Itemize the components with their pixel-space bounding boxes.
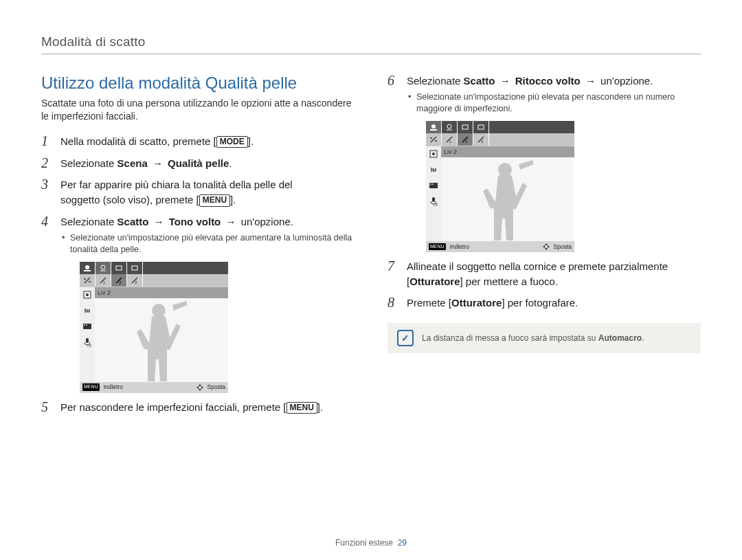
face-tone-icon [80,262,95,274]
resolution-icon: IM [80,303,95,319]
back-label: Indietro [450,243,469,251]
step-5: 5 Per nascondere le imperfezioni faccial… [41,400,355,415]
svg-text:OFF: OFF [87,344,91,347]
level-off-icon [80,274,95,287]
step-2: 2 Selezionate Scena → Qualità pelle. [41,156,355,171]
screen-level-row: 1 2 3 [80,274,228,287]
svg-point-2 [101,265,105,269]
arrow-icon: → [223,216,238,227]
face-tone-icon [426,121,442,133]
screen-side-icons: IM OFF [80,287,95,382]
svg-rect-13 [86,338,89,343]
step-4: 4 Selezionate Scatto → Tono volto → un'o… [41,214,355,393]
step-number: 7 [387,256,394,276]
step-text: . [229,157,232,169]
step-text: ]. [317,401,323,413]
info-text: La distanza di messa a fuoco sarà impost… [422,333,644,343]
shutter-key: Otturatore [451,297,502,309]
manual-page: Modalità di scatto Utilizzo della modali… [0,0,742,560]
arrow-icon: → [583,75,598,87]
tab-icon [111,262,127,274]
screen-bottom-bar: MENU Indietro Sposta [80,382,228,393]
step-6-note-item: Selezionate un'impostazione più elevata … [407,91,701,115]
step-text: Selezionate [407,75,464,87]
tab-icon [458,121,473,133]
step-8: 8 Premete [Otturatore] per fotografare. [387,295,701,311]
page-footer: Funzioni estese 29 [0,538,742,548]
svg-text:3: 3 [481,139,484,144]
screen-body: IM OFF Liv 2 [80,287,228,382]
person-silhouette [126,300,194,382]
svg-rect-1 [84,270,91,271]
page-header: Modalità di scatto [41,34,701,54]
level-2-icon: 2 [458,133,473,146]
content-columns: Utilizzo della modalità Qualità pelle Sc… [41,74,701,421]
mode-key: MODE [216,136,248,148]
camera-screen-tono: 1 2 3 IM [80,262,228,393]
menu-path: Tono volto [169,216,221,227]
level-1-icon: 1 [442,133,458,146]
step-text: Per nascondere le imperfezioni facciali,… [60,401,286,413]
step-text: un'opzione. [598,75,653,87]
level-2-icon: 2 [111,274,127,287]
svg-rect-4 [132,266,137,270]
step-4-note: Selezionate un'impostazione più elevata … [60,232,355,256]
face-retouch-icon [442,121,458,133]
svg-rect-12 [86,324,87,326]
svg-rect-29 [432,197,435,202]
page-number: 29 [398,538,407,548]
menu-path: Scatto [117,216,149,227]
focus-bracket-icon [80,287,95,303]
screen-bottom-bar: MENU Indietro Sposta [426,241,574,252]
menu-key: MENU [199,194,230,207]
tab-icon [473,121,489,133]
screen-body: IM OFF Liv 2 [426,146,574,241]
step-1: 1 Nella modalità di scatto, premete [MOD… [41,134,355,149]
step-text: Per far apparire più chiara la tonalità … [60,179,293,190]
svg-text:3: 3 [135,280,137,284]
step-number: 2 [41,153,48,173]
menu-path: Qualità pelle [168,157,229,169]
arrow-icon: → [152,216,166,227]
step-number: 4 [41,212,48,232]
step-text: ] per mettere a fuoco. [460,276,559,287]
move-label: Sposta [554,243,572,251]
section-intro: Scattate una foto di una persona utilizz… [41,97,355,123]
svg-rect-19 [462,125,468,129]
arrow-icon: → [498,75,513,87]
steps-right: 6 Selezionate Scatto → Ritocco volto → u… [387,74,701,311]
step-text: ] per fotografare. [502,297,578,309]
step-text: un'opzione. [238,216,293,227]
step-text: soggetto (solo viso), premete [ [60,194,199,205]
menu-path: Ritocco volto [515,75,581,87]
tab-icon [127,262,143,274]
quality-icon [80,319,95,335]
step-number: 5 [41,397,48,417]
svg-text:1: 1 [103,280,106,284]
info-note: ✓ La distanza di messa a fuoco sarà impo… [387,323,701,353]
menu-path: Scatto [464,75,495,87]
svg-rect-28 [432,183,434,185]
svg-text:1: 1 [449,139,452,144]
right-column: 6 Selezionate Scatto → Ritocco volto → u… [387,74,701,421]
shutter-key: Otturatore [409,276,460,287]
section-title: Utilizzo della modalità Qualità pelle [41,74,355,93]
step-number: 3 [41,175,48,194]
step-4-note-item: Selezionate un'impostazione più elevata … [60,232,355,256]
level-off-icon [426,133,442,146]
svg-point-25 [432,153,435,155]
left-column: Utilizzo della modalità Qualità pelle Sc… [41,74,355,421]
step-number: 8 [387,293,394,313]
svg-text:2: 2 [119,280,122,284]
camera-screen-ritocco: 1 2 3 IM [426,121,574,252]
step-7: 7 Allineate il soggetto nella cornice e … [387,259,701,289]
svg-point-18 [447,124,451,128]
move-label: Sposta [207,383,225,391]
focus-bracket-icon [426,146,441,162]
screen-side-icons: IM OFF [426,146,441,241]
level-3-icon: 3 [473,133,489,146]
face-retouch-icon [95,262,111,274]
step-number: 1 [41,131,48,151]
screen-top-tab-row [80,262,228,274]
step-text: ]. [230,194,236,205]
